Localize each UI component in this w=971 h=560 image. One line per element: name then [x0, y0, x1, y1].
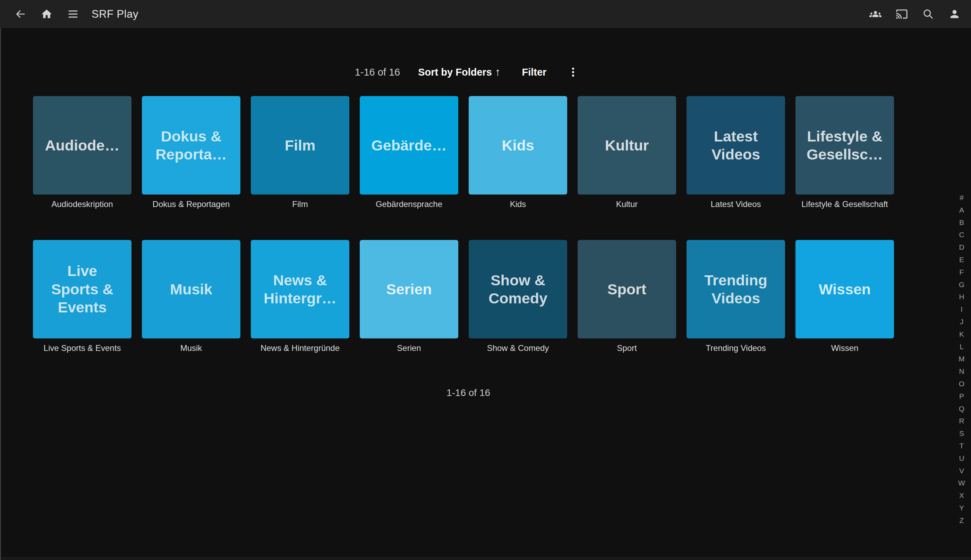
- folder-name-label[interactable]: Kids: [469, 199, 567, 209]
- folder-thumbnail[interactable]: Gebärde…: [360, 96, 458, 195]
- alphabet-letter-j[interactable]: J: [956, 315, 967, 328]
- alphabet-letter-hash[interactable]: #: [956, 192, 967, 204]
- folder-name-label[interactable]: Gebärdensprache: [360, 199, 458, 209]
- folder-card-kids[interactable]: Kids Kids: [469, 96, 567, 209]
- folder-thumbnail[interactable]: Lifestyle & Gesellsc…: [796, 96, 894, 195]
- folder-name-label[interactable]: Live Sports & Events: [33, 343, 132, 353]
- folder-card-lifestyle-gesellschaft[interactable]: Lifestyle & Gesellsc… Lifestyle & Gesell…: [796, 96, 894, 209]
- alphabet-letter-w[interactable]: W: [956, 477, 967, 489]
- alphabet-letter-x[interactable]: X: [956, 489, 967, 502]
- alphabet-letter-d[interactable]: D: [956, 241, 967, 253]
- folder-thumbnail[interactable]: Sport: [577, 240, 676, 338]
- filter-button[interactable]: Filter: [518, 65, 550, 80]
- folder-thumbnail[interactable]: Show & Comedy: [469, 240, 567, 338]
- folder-thumbnail-text: Kids: [499, 136, 537, 154]
- syncplay-button[interactable]: [862, 0, 888, 28]
- group-people-icon: [869, 8, 881, 20]
- folder-card-show-comedy[interactable]: Show & Comedy Show & Comedy: [469, 240, 567, 353]
- more-options-button[interactable]: [564, 63, 582, 81]
- folder-card-wissen[interactable]: Wissen Wissen: [796, 240, 894, 353]
- alphabet-letter-s[interactable]: S: [956, 427, 967, 440]
- folder-thumbnail[interactable]: Audiode…: [33, 96, 132, 195]
- folder-card-film[interactable]: Film Film: [251, 96, 349, 209]
- alphabet-letter-q[interactable]: Q: [956, 403, 967, 415]
- menu-button[interactable]: [60, 0, 86, 28]
- alphabet-letter-f[interactable]: F: [956, 266, 967, 278]
- folder-name-label[interactable]: Sport: [577, 343, 676, 353]
- folder-card-latest-videos[interactable]: Latest Videos Latest Videos: [687, 96, 785, 209]
- folder-thumbnail[interactable]: Serien: [360, 240, 458, 338]
- alphabet-letter-z[interactable]: Z: [956, 514, 967, 527]
- alphabet-letter-t[interactable]: T: [956, 440, 967, 452]
- person-icon: [948, 8, 961, 20]
- folder-name-label[interactable]: Wissen: [796, 343, 894, 353]
- folder-name-label[interactable]: News & Hintergründe: [251, 343, 349, 353]
- top-app-bar: SRF Play: [0, 0, 971, 28]
- folder-card-serien[interactable]: Serien Serien: [360, 240, 458, 353]
- folder-thumbnail[interactable]: Film: [251, 96, 349, 195]
- folder-thumbnail[interactable]: Dokus & Reporta…: [142, 96, 240, 195]
- alphabet-letter-h[interactable]: H: [956, 290, 967, 303]
- folder-thumbnail[interactable]: Kids: [469, 96, 567, 195]
- folder-card-dokus-reportagen[interactable]: Dokus & Reporta… Dokus & Reportagen: [142, 96, 240, 209]
- item-count: 1-16 of 16: [355, 67, 400, 78]
- alphabet-picker: #ABCDEFGHIJKLMNOPQRSTUVWXYZ: [956, 192, 967, 527]
- sort-button[interactable]: Sort by Folders ↑: [415, 64, 504, 80]
- folder-thumbnail[interactable]: Musik: [142, 240, 240, 338]
- folder-name-label[interactable]: Show & Comedy: [469, 343, 567, 353]
- folder-name-label[interactable]: Kultur: [577, 199, 676, 209]
- folder-thumbnail[interactable]: Live Sports & Events: [33, 240, 132, 338]
- alphabet-letter-c[interactable]: C: [956, 228, 967, 241]
- folder-name-label[interactable]: Trending Videos: [687, 343, 785, 353]
- folder-thumbnail-text: Dokus & Reporta…: [153, 127, 229, 164]
- alphabet-letter-v[interactable]: V: [956, 465, 967, 477]
- cast-button[interactable]: [888, 0, 915, 28]
- folder-thumbnail[interactable]: Kultur: [577, 96, 676, 195]
- alphabet-letter-u[interactable]: U: [956, 452, 967, 465]
- alphabet-letter-b[interactable]: B: [956, 217, 967, 229]
- alphabet-letter-k[interactable]: K: [956, 328, 967, 340]
- folder-card-audiodeskription[interactable]: Audiode… Audiodeskription: [33, 96, 132, 209]
- user-profile-button[interactable]: [941, 0, 968, 28]
- folder-card-news-hintergruende[interactable]: News & Hintergr… News & Hintergründe: [251, 240, 349, 353]
- alphabet-letter-e[interactable]: E: [956, 253, 967, 266]
- folder-name-label[interactable]: Latest Videos: [687, 199, 785, 209]
- folder-name-label[interactable]: Lifestyle & Gesellschaft: [796, 199, 894, 209]
- folder-thumbnail[interactable]: News & Hintergr…: [251, 240, 349, 338]
- sort-button-label: Sort by Folders: [418, 67, 492, 78]
- folder-thumbnail[interactable]: Trending Videos: [687, 240, 785, 338]
- more-vertical-icon: [567, 66, 579, 78]
- folder-thumbnail-text: Audiode…: [42, 136, 122, 154]
- alphabet-letter-a[interactable]: A: [956, 204, 967, 217]
- alphabet-letter-n[interactable]: N: [956, 365, 967, 378]
- folder-card-kultur[interactable]: Kultur Kultur: [577, 96, 676, 209]
- alphabet-letter-i[interactable]: I: [956, 303, 967, 315]
- folder-card-sport[interactable]: Sport Sport: [577, 240, 676, 353]
- home-button[interactable]: [33, 0, 60, 28]
- folder-name-label[interactable]: Serien: [360, 343, 458, 353]
- left-edge-highlight: [0, 28, 1, 560]
- search-button[interactable]: [915, 0, 941, 28]
- folder-card-trending-videos[interactable]: Trending Videos Trending Videos: [687, 240, 785, 353]
- folder-thumbnail[interactable]: Latest Videos: [687, 96, 785, 195]
- alphabet-letter-l[interactable]: L: [956, 340, 967, 353]
- folder-thumbnail-text: Sport: [605, 280, 649, 298]
- topbar-right: [862, 0, 968, 28]
- alphabet-letter-p[interactable]: P: [956, 390, 967, 403]
- alphabet-letter-r[interactable]: R: [956, 415, 967, 427]
- folder-name-label[interactable]: Audiodeskription: [33, 199, 132, 209]
- alphabet-letter-y[interactable]: Y: [956, 502, 967, 514]
- alphabet-letter-g[interactable]: G: [956, 278, 967, 291]
- folder-thumbnail[interactable]: Wissen: [796, 240, 894, 338]
- folder-name-label[interactable]: Dokus & Reportagen: [142, 199, 240, 209]
- back-button[interactable]: [7, 0, 33, 28]
- folder-card-live-sports-events[interactable]: Live Sports & Events Live Sports & Event…: [33, 240, 132, 353]
- alphabet-letter-m[interactable]: M: [956, 353, 967, 365]
- horizontal-scrollbar[interactable]: [1, 557, 971, 560]
- folder-card-gebaerdensprache[interactable]: Gebärde… Gebärdensprache: [360, 96, 458, 209]
- folder-thumbnail-text: Film: [282, 136, 318, 154]
- alphabet-letter-o[interactable]: O: [956, 378, 967, 390]
- folder-card-musik[interactable]: Musik Musik: [142, 240, 240, 353]
- folder-name-label[interactable]: Musik: [142, 343, 240, 353]
- folder-name-label[interactable]: Film: [251, 199, 349, 209]
